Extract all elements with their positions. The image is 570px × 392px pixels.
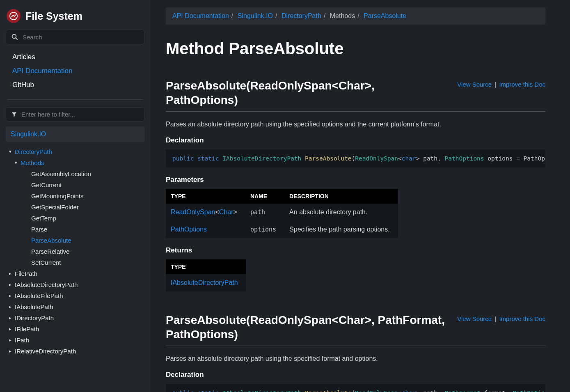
tree-node-ifilepath[interactable]: ▸IFilePath xyxy=(6,323,145,335)
tree-node-filepath[interactable]: ▸FilePath xyxy=(6,268,145,279)
table-row: ReadOnlySpan<Char>pathAn absolute direct… xyxy=(166,204,398,221)
filter-input[interactable] xyxy=(21,111,140,118)
chevron-right-icon: ▸ xyxy=(7,337,13,343)
th-desc: DESCRIPTION xyxy=(284,189,398,204)
tree-leaf-getassemblylocation[interactable]: GetAssemblyLocation xyxy=(17,168,145,179)
tree-node-ipath[interactable]: ▸IPath xyxy=(6,335,145,346)
bc-current[interactable]: ParseAbsolute xyxy=(364,12,406,19)
namespace-header[interactable]: Singulink.IO xyxy=(6,126,145,142)
tree-node-iabsolutefilepath[interactable]: ▸IAbsoluteFilePath xyxy=(6,290,145,301)
nav-api-documentation[interactable]: API Documentation xyxy=(7,64,143,78)
param-name: options xyxy=(250,226,276,233)
breadcrumb: API Documentation/ Singulink.IO/ Directo… xyxy=(166,7,545,25)
bc-class[interactable]: DirectoryPath xyxy=(282,12,321,19)
chevron-right-icon: ▸ xyxy=(7,293,13,298)
overload-2: ParseAbsolute(ReadOnlySpan<Char>, PathFo… xyxy=(166,313,545,392)
tree-node-idirectorypath[interactable]: ▸IDirectoryPath xyxy=(6,312,145,323)
overload-1-params-table: TYPE NAME DESCRIPTION ReadOnlySpan<Char>… xyxy=(166,189,398,238)
tree-leaf-parseabsolute[interactable]: ParseAbsolute xyxy=(17,235,145,246)
tree-node-directorypath[interactable]: ▾ DirectoryPath xyxy=(6,146,145,157)
chevron-right-icon: ▸ xyxy=(7,315,13,321)
namespace-link[interactable]: Singulink.IO xyxy=(11,131,46,138)
chevron-right-icon: ▸ xyxy=(7,282,13,287)
search-input[interactable] xyxy=(23,34,140,41)
type-link[interactable]: Char xyxy=(219,209,233,215)
tree-leaf-parserelative[interactable]: ParseRelative xyxy=(17,246,145,257)
param-desc: Specifies the path parsing options. xyxy=(284,221,398,238)
svg-point-2 xyxy=(12,34,16,39)
tree-node-iabsolutedirectorypath[interactable]: ▸IAbsoluteDirectoryPath xyxy=(6,279,145,290)
chevron-down-icon: ▾ xyxy=(13,160,19,165)
type-link[interactable]: PathOptions xyxy=(171,226,207,233)
overload-1-desc: Parses an absolute directory path using … xyxy=(166,121,545,128)
main-content: API Documentation/ Singulink.IO/ Directo… xyxy=(151,0,570,392)
tree-node-methods[interactable]: ▾ Methods xyxy=(11,157,145,168)
chevron-down-icon: ▾ xyxy=(7,149,13,154)
tree-leaf-setcurrent[interactable]: SetCurrent xyxy=(17,257,145,268)
chevron-right-icon: ▸ xyxy=(7,271,13,276)
parameters-heading: Parameters xyxy=(166,176,545,184)
overload-1: ParseAbsolute(ReadOnlySpan<Char>, PathOp… xyxy=(166,78,545,291)
th-name: NAME xyxy=(245,189,284,204)
tree-node-iabsolutepath[interactable]: ▸IAbsolutePath xyxy=(6,301,145,312)
nav-github[interactable]: GitHub xyxy=(7,78,143,92)
brand: File System xyxy=(6,6,145,30)
bc-namespace[interactable]: Singulink.IO xyxy=(238,12,273,19)
th-type: TYPE xyxy=(166,259,246,274)
nav-articles[interactable]: Articles xyxy=(7,50,143,64)
chevron-right-icon: ▸ xyxy=(7,326,13,332)
returns-heading: Returns xyxy=(166,246,545,254)
brand-title: File System xyxy=(25,10,82,22)
tree-leaf-getspecialfolder[interactable]: GetSpecialFolder xyxy=(17,202,145,213)
filter-icon xyxy=(11,111,17,117)
tree-leaf-getcurrent[interactable]: GetCurrent xyxy=(17,179,145,190)
divider xyxy=(7,99,143,100)
search-box[interactable] xyxy=(6,30,145,44)
overload-2-code: public static IAbsoluteDirectoryPath Par… xyxy=(166,384,545,392)
improve-doc-link[interactable]: Improve this Doc xyxy=(499,81,545,88)
param-desc: An absolute directory path. xyxy=(284,204,398,221)
tree-leaf-gettemp[interactable]: GetTemp xyxy=(17,213,145,224)
table-row: PathOptionsoptionsSpecifies the path par… xyxy=(166,221,398,238)
overload-2-links: View Source | Improve this Doc xyxy=(457,313,545,322)
overload-2-title: ParseAbsolute(ReadOnlySpan<Char>, PathFo… xyxy=(166,313,445,342)
view-source-link[interactable]: View Source xyxy=(457,81,492,88)
bc-api[interactable]: API Documentation xyxy=(172,12,229,19)
bc-methods: Methods xyxy=(330,12,355,19)
overload-1-code: public static IAbsoluteDirectoryPath Par… xyxy=(166,149,545,167)
main-nav: Articles API Documentation GitHub xyxy=(6,44,145,99)
tree-leaf-parse[interactable]: Parse xyxy=(17,224,145,235)
return-type-link[interactable]: IAbsoluteDirectoryPath xyxy=(171,279,238,286)
nav-tree: ▾ DirectoryPath ▾ Methods GetAssemblyLoc… xyxy=(6,145,145,365)
overload-1-returns-table: TYPE IAbsoluteDirectoryPath xyxy=(166,259,246,291)
tree-node-irelativedirectorypath[interactable]: ▸IRelativeDirectoryPath xyxy=(6,346,145,357)
svg-line-3 xyxy=(16,38,18,40)
param-name: path xyxy=(250,209,265,216)
view-source-link[interactable]: View Source xyxy=(457,315,492,322)
th-type: TYPE xyxy=(166,189,245,204)
search-icon xyxy=(11,33,18,41)
type-link[interactable]: ReadOnlySpan xyxy=(171,209,215,215)
chevron-right-icon: ▸ xyxy=(7,348,13,354)
overload-2-desc: Parses an absolute directory path using … xyxy=(166,355,545,362)
overload-1-title: ParseAbsolute(ReadOnlySpan<Char>, PathOp… xyxy=(166,78,445,107)
brand-logo-icon xyxy=(7,9,21,23)
tree-leaf-getmountingpoints[interactable]: GetMountingPoints xyxy=(17,190,145,202)
sidebar: File System Articles API Documentation G… xyxy=(0,0,151,392)
declaration-heading: Declaration xyxy=(166,136,545,144)
improve-doc-link[interactable]: Improve this Doc xyxy=(499,315,545,322)
chevron-right-icon: ▸ xyxy=(7,304,13,309)
page-title: Method ParseAbsolute xyxy=(166,39,545,58)
filter-box[interactable] xyxy=(6,107,145,121)
declaration-heading: Declaration xyxy=(166,371,545,379)
overload-1-links: View Source | Improve this Doc xyxy=(457,78,545,88)
